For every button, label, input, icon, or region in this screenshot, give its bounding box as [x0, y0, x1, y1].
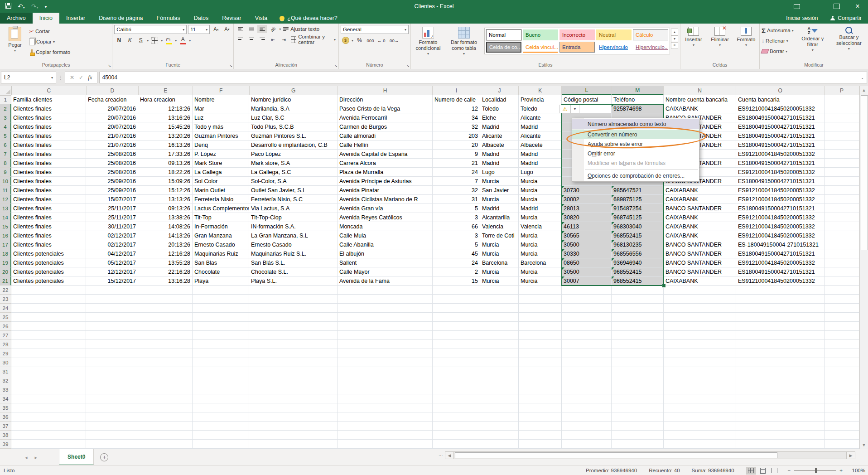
- cell-L30[interactable]: [562, 358, 612, 367]
- cell-C16[interactable]: Clientes finales: [11, 231, 86, 240]
- enter-formula-icon[interactable]: ✓: [79, 74, 83, 81]
- cell-J26[interactable]: [480, 322, 519, 331]
- cell-O31[interactable]: [736, 367, 825, 376]
- increase-font-icon[interactable]: A▴: [211, 25, 221, 34]
- cell-F33[interactable]: [193, 385, 249, 394]
- styles-more-icon[interactable]: ≡: [671, 42, 678, 49]
- cell-G23[interactable]: [249, 295, 338, 304]
- cell-D7[interactable]: 25/08/2016: [86, 150, 138, 159]
- cell-J32[interactable]: [480, 376, 519, 385]
- row-header-35[interactable]: 35: [0, 403, 11, 412]
- row-header-27[interactable]: 27: [0, 331, 11, 340]
- cell-L22[interactable]: [562, 286, 612, 295]
- cell-P29[interactable]: [825, 349, 859, 358]
- cell-H11[interactable]: Avenida Pinatar: [338, 186, 433, 195]
- cell-M17[interactable]: 968130235: [612, 240, 664, 249]
- format-painter-button[interactable]: Copiar formato: [29, 48, 70, 57]
- row-header-10[interactable]: 10: [0, 177, 11, 186]
- autosum-button[interactable]: ΣAutosuma▾: [762, 26, 794, 35]
- cell-I12[interactable]: 31: [433, 195, 480, 204]
- cell-N32[interactable]: [664, 376, 736, 385]
- cell-J30[interactable]: [480, 358, 519, 367]
- cell-H18[interactable]: El albujón: [338, 249, 433, 258]
- fill-handle[interactable]: [662, 284, 666, 288]
- cell-G31[interactable]: [249, 367, 338, 376]
- cell-O38[interactable]: [736, 431, 825, 440]
- cell-J14[interactable]: Alcantarilla: [480, 213, 519, 222]
- cell-G5[interactable]: Guzmán Pintores S.L.: [249, 131, 338, 141]
- tab-splitter-icon[interactable]: ⋯: [439, 451, 443, 459]
- column-header-M[interactable]: M: [612, 86, 664, 95]
- cell-F32[interactable]: [193, 376, 249, 385]
- cell-H32[interactable]: [338, 376, 433, 385]
- cell-D4[interactable]: 20/07/2016: [86, 122, 138, 131]
- cell-E33[interactable]: [138, 385, 193, 394]
- cell-F12[interactable]: Ferretería Nisio: [193, 195, 249, 204]
- cell-L29[interactable]: [562, 349, 612, 358]
- cell-G18[interactable]: Maquinarias Ruiz S.L.: [249, 249, 338, 258]
- cell-I24[interactable]: [433, 304, 480, 313]
- cell-L26[interactable]: [562, 322, 612, 331]
- cell-N39[interactable]: [664, 440, 736, 449]
- cell-P21[interactable]: [825, 276, 859, 286]
- zoom-out-icon[interactable]: −: [788, 468, 791, 473]
- cell-C34[interactable]: [11, 394, 86, 403]
- cell-F36[interactable]: [193, 412, 249, 422]
- cell-O18[interactable]: ES1800491500042710151321: [736, 249, 825, 258]
- cell-H24[interactable]: [338, 304, 433, 313]
- cell-P27[interactable]: [825, 331, 859, 340]
- cell-H12[interactable]: Avenida Ciclistas Mariano de R: [338, 195, 433, 204]
- cell-O1[interactable]: Cuenta bancaria: [736, 95, 825, 104]
- row-header-20[interactable]: 20: [0, 267, 11, 276]
- cell-E31[interactable]: [138, 367, 193, 376]
- cell-D25[interactable]: [86, 313, 138, 322]
- cell-K18[interactable]: Murcia: [519, 249, 562, 258]
- cell-O29[interactable]: [736, 349, 825, 358]
- cell-G19[interactable]: San Blás S.L.: [249, 258, 338, 267]
- cell-J10[interactable]: Murcia: [480, 177, 519, 186]
- cell-P38[interactable]: [825, 431, 859, 440]
- cell-D26[interactable]: [86, 322, 138, 331]
- cut-button[interactable]: ✂Cortar: [29, 27, 70, 36]
- ribbon-tab-inicio[interactable]: Inicio: [33, 13, 59, 24]
- cell-H38[interactable]: [338, 431, 433, 440]
- cell-G28[interactable]: [249, 340, 338, 349]
- cell-N12[interactable]: CAIXABANK: [664, 195, 736, 204]
- cell-D24[interactable]: [86, 304, 138, 313]
- cell-E28[interactable]: [138, 340, 193, 349]
- cell-H3[interactable]: Avenida Ferrocarril: [338, 113, 433, 122]
- cell-G17[interactable]: Ernesto Casado: [249, 240, 338, 249]
- column-header-I[interactable]: I: [433, 86, 480, 95]
- cell-I7[interactable]: 9: [433, 150, 480, 159]
- cell-I25[interactable]: [433, 313, 480, 322]
- cell-M24[interactable]: [612, 304, 664, 313]
- cell-M36[interactable]: [612, 412, 664, 422]
- cell-K13[interactable]: Madrid: [519, 204, 562, 213]
- number-format-combobox[interactable]: General▾: [341, 25, 409, 34]
- cell-D37[interactable]: [86, 422, 138, 431]
- cell-N20[interactable]: BANCO SANTANDER: [664, 267, 736, 276]
- cell-F18[interactable]: Maquinarias Ruiz: [193, 249, 249, 258]
- cell-K2[interactable]: Toledo: [519, 104, 562, 113]
- cell-H36[interactable]: [338, 412, 433, 422]
- row-header-2[interactable]: 2: [0, 104, 11, 113]
- cell-K11[interactable]: Murcia: [519, 186, 562, 195]
- cell-I30[interactable]: [433, 358, 480, 367]
- cell-H10[interactable]: Avenida Príncipe de Asturias: [338, 177, 433, 186]
- cell-J7[interactable]: Madrid: [480, 150, 519, 159]
- cell-H2[interactable]: Paseo Cristo de la Vega: [338, 104, 433, 113]
- align-right-icon[interactable]: [257, 35, 267, 44]
- cell-I34[interactable]: [433, 394, 480, 403]
- cell-D20[interactable]: 12/12/2017: [86, 267, 138, 276]
- cell-E15[interactable]: 14:08:26: [138, 222, 193, 231]
- cell-N34[interactable]: [664, 394, 736, 403]
- tell-me-box[interactable]: ¿Qué desea hacer?: [274, 13, 343, 24]
- cell-D36[interactable]: [86, 412, 138, 422]
- cell-N1[interactable]: Nombre cuenta bancaria: [664, 95, 736, 104]
- cell-K32[interactable]: [519, 376, 562, 385]
- cell-M38[interactable]: [612, 431, 664, 440]
- cell-D27[interactable]: [86, 331, 138, 340]
- cell-P7[interactable]: [825, 150, 859, 159]
- cell-O24[interactable]: [736, 304, 825, 313]
- cell-P22[interactable]: [825, 286, 859, 295]
